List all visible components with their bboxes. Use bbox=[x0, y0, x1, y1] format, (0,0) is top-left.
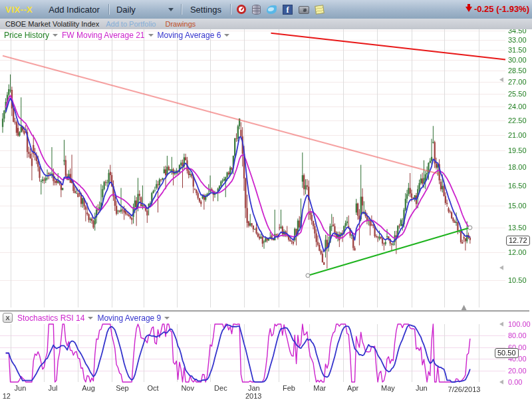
subheader: CBOE Market Volatility Index Add to Port… bbox=[0, 19, 532, 29]
toolbar: VIX--X Add Indicator Daily Settings f -0… bbox=[0, 0, 532, 19]
legend-moving-average-6[interactable]: Moving Average 6 bbox=[158, 31, 230, 40]
toolbar-separator bbox=[181, 4, 182, 15]
price-axis-tick: 33.00 bbox=[508, 36, 527, 44]
settings-button[interactable]: Settings bbox=[190, 5, 221, 15]
month-label: Jan bbox=[248, 384, 260, 392]
month-label: Dec bbox=[214, 384, 227, 392]
indicator-axis-tick: 20.00 bbox=[508, 367, 527, 375]
legend-fw-moving-average-21[interactable]: FW Moving Average 21 bbox=[62, 31, 154, 40]
legend-moving-average-9[interactable]: Moving Average 9 bbox=[97, 313, 170, 323]
chevron-down-icon bbox=[224, 34, 229, 37]
chevron-down-icon bbox=[148, 34, 154, 37]
price-axis-tick: 12.00 bbox=[508, 248, 527, 256]
last-price-badge: 12.72 bbox=[506, 236, 530, 246]
change-indicator: -0.25 (-1.93%) bbox=[466, 4, 529, 14]
last-date-label: 7/26/2013 bbox=[447, 385, 481, 393]
charting-app: VIX--X Add Indicator Daily Settings f -0… bbox=[0, 0, 532, 400]
month-label: Oct bbox=[148, 384, 159, 392]
indicator-value-badge: 50.50 bbox=[495, 348, 519, 358]
legend-price-history[interactable]: Price History bbox=[4, 31, 58, 40]
toolbar-icons: f bbox=[237, 5, 324, 15]
close-indicator-button[interactable]: X bbox=[3, 313, 13, 323]
month-label: Nov bbox=[181, 384, 194, 392]
year-label: 2013 bbox=[245, 392, 261, 400]
price-axis-tick: 27.00 bbox=[508, 78, 527, 86]
price-axis-tick: 30.00 bbox=[508, 56, 527, 64]
month-label: Aug bbox=[82, 384, 95, 392]
chevron-down-icon bbox=[164, 317, 170, 319]
price-axis-tick: 15.00 bbox=[508, 202, 527, 210]
legend-stochastics-rsi[interactable]: Stochastics RSI 14 bbox=[17, 313, 93, 323]
month-label: Feb bbox=[283, 384, 295, 392]
database-icon[interactable] bbox=[252, 5, 261, 15]
indicator-axis-tick: 80.00 bbox=[508, 331, 527, 339]
change-value: -0.25 (-1.93%) bbox=[474, 4, 529, 14]
month-label: Apr bbox=[347, 384, 358, 392]
price-axis-tick: 21.00 bbox=[508, 131, 527, 139]
symbol-description: CBOE Market Volatility Index bbox=[5, 20, 99, 28]
price-axis-tick: 28.50 bbox=[508, 67, 527, 75]
indicator-axis-tick: 0.00 bbox=[508, 378, 522, 386]
alerts-icon[interactable] bbox=[237, 5, 246, 14]
symbol-label: VIX--X bbox=[5, 5, 33, 15]
price-axis-tick: 31.50 bbox=[508, 46, 527, 54]
month-label: May bbox=[381, 384, 395, 392]
toolbar-separator bbox=[230, 4, 231, 15]
notes-icon[interactable] bbox=[315, 5, 325, 15]
drawings-link[interactable]: Drawings bbox=[165, 20, 196, 28]
year-label: 12 bbox=[3, 392, 11, 400]
price-axis-tick: 19.50 bbox=[508, 146, 527, 154]
add-to-portfolio-link[interactable]: Add to Portfolio bbox=[106, 20, 156, 28]
timeframe-value: Daily bbox=[116, 5, 136, 15]
month-label: Jun bbox=[416, 384, 428, 392]
price-axis-tick: 10.50 bbox=[508, 276, 527, 284]
camera-icon[interactable] bbox=[299, 6, 309, 14]
price-axis-tick: 18.00 bbox=[508, 163, 527, 171]
month-label: Mar bbox=[313, 384, 326, 392]
month-label: Jun bbox=[15, 384, 27, 392]
facebook-icon[interactable]: f bbox=[283, 5, 293, 15]
timeframe-dropdown[interactable]: Daily bbox=[116, 5, 174, 15]
chevron-down-icon bbox=[88, 317, 93, 319]
twitter-icon[interactable] bbox=[267, 5, 277, 14]
price-axis-tick: 13.50 bbox=[508, 224, 527, 232]
main-chart-legend: Price History FW Moving Average 21 Movin… bbox=[4, 31, 233, 40]
chevron-down-icon bbox=[53, 34, 58, 37]
price-axis-tick: 16.50 bbox=[508, 182, 527, 190]
month-label: Jul bbox=[48, 384, 57, 392]
indicator-axis-tick: 100.00 bbox=[508, 320, 531, 328]
price-axis-tick: 25.50 bbox=[508, 90, 527, 98]
price-axis-tick: 22.50 bbox=[508, 116, 527, 124]
toolbar-separator bbox=[108, 4, 109, 15]
down-arrow-icon bbox=[466, 7, 472, 12]
sub-chart-legend: Stochastics RSI 14 Moving Average 9 bbox=[17, 313, 174, 323]
month-label: Sep bbox=[116, 384, 129, 392]
add-indicator-button[interactable]: Add Indicator bbox=[49, 5, 100, 15]
price-axis-tick: 24.00 bbox=[508, 102, 527, 110]
chart-canvas[interactable] bbox=[0, 0, 532, 400]
chevron-down-icon bbox=[168, 8, 174, 11]
